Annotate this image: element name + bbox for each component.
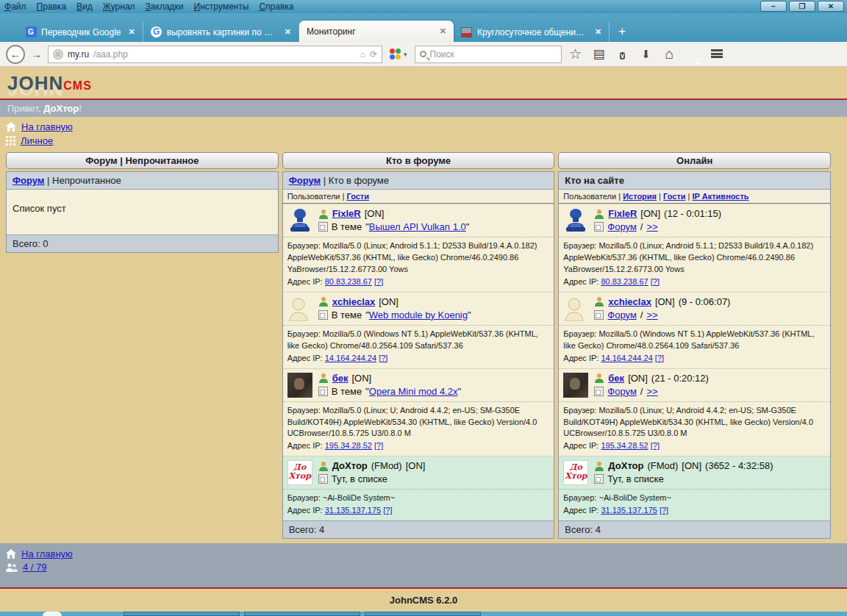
menu-bookmarks[interactable]: Закладки — [146, 1, 184, 12]
tab-guests[interactable]: Гости — [346, 192, 369, 201]
tab-close-icon[interactable]: ✕ — [440, 26, 446, 36]
username-link[interactable]: бек — [608, 373, 624, 384]
bookmark-home-icon[interactable]: ⌂ — [360, 49, 365, 60]
ip-help-link[interactable]: [?] — [374, 277, 383, 286]
ip-help-link[interactable]: [?] — [651, 441, 660, 450]
forum-link[interactable]: Форум — [12, 175, 44, 186]
column-forum-unread: Форум | Непрочитанное Форум | Непрочитан… — [6, 152, 279, 253]
home-icon — [6, 122, 16, 132]
more-link[interactable]: >> — [646, 221, 657, 232]
menu-file[interactable]: Файл — [4, 1, 26, 12]
online-status: [ON] — [406, 460, 426, 471]
chevron-down-icon: ▾ — [404, 51, 407, 58]
tab-close-icon[interactable]: ✕ — [129, 27, 135, 37]
forum-link[interactable]: Форум — [289, 175, 321, 186]
menu-tools[interactable]: Инструменты — [194, 1, 249, 12]
reload-icon[interactable]: ⟳ — [370, 49, 377, 60]
taskbar-button[interactable] — [124, 612, 240, 616]
ip-link[interactable]: 195.34.28.52 — [325, 441, 372, 450]
ip-help-link[interactable]: [?] — [660, 506, 668, 515]
url-bar[interactable]: my.ru/aaa.php ⌂ ⟳ — [48, 46, 382, 63]
username-link[interactable]: FixleR — [608, 208, 637, 219]
tab-google-search[interactable]: G выровнять картинки по ле... ✕ — [143, 22, 299, 42]
user-agent-info: Браузер: Mozilla/5.0 (Linux; Android 5.1… — [559, 237, 830, 292]
menu-hamburger-icon[interactable] — [707, 47, 726, 62]
new-tab-button[interactable]: + — [610, 24, 635, 42]
google-translate-icon: G — [25, 26, 37, 38]
online-status: [ON] — [365, 208, 385, 219]
ip-link[interactable]: 14.164.244.24 — [601, 354, 652, 362]
list-icon — [318, 474, 328, 484]
bookmark-star-icon[interactable]: ☆ — [566, 46, 585, 62]
username-link[interactable]: xchieclax — [332, 296, 376, 307]
ip-link[interactable]: 14.164.244.24 — [325, 354, 376, 362]
ip-link[interactable]: 31.135.137.175 — [601, 506, 657, 515]
forward-button[interactable]: → — [29, 48, 43, 60]
username-text: ДоХтор — [608, 460, 643, 471]
restore-button[interactable]: ❐ — [789, 1, 815, 12]
minimize-button[interactable]: − — [760, 1, 787, 12]
site-identity-icon[interactable] — [53, 49, 63, 60]
taskbar-button[interactable] — [244, 612, 360, 616]
tab-ip-activity[interactable]: IP Активность — [693, 192, 749, 201]
ip-help-link[interactable]: [?] — [651, 277, 660, 286]
username-link[interactable]: бек — [332, 373, 349, 384]
footer-home-link[interactable]: На главную — [21, 548, 73, 559]
more-link[interactable]: >> — [646, 386, 657, 397]
tab-close-icon[interactable]: ✕ — [285, 27, 291, 37]
online-time: (12 - 0:01:15) — [664, 208, 721, 219]
panel-title: Кто в форуме — [282, 152, 555, 169]
search-input[interactable]: Поиск — [415, 46, 562, 63]
pocket-icon[interactable]: ∨ — [613, 47, 632, 62]
menu-edit[interactable]: Правка — [37, 1, 67, 12]
ip-help-link[interactable]: [?] — [374, 441, 383, 450]
online-counter-link[interactable]: 4 / 79 — [23, 562, 47, 573]
pinwheel-icon — [390, 49, 401, 60]
panel-title: Форум | Непрочитанное — [6, 152, 279, 169]
username-link[interactable]: xchieclax — [608, 296, 651, 307]
online-time: (9 - 0:06:07) — [679, 296, 731, 307]
ip-help-link[interactable]: [?] — [379, 354, 387, 362]
tab-monitoring-active[interactable]: Мониторинг ✕ — [299, 21, 454, 42]
tab-guests[interactable]: Гости — [663, 192, 686, 201]
nav-personal-link[interactable]: Личное — [21, 135, 53, 146]
taskbar[interactable] — [0, 612, 847, 616]
ip-help-link[interactable]: [?] — [383, 506, 392, 515]
total-counter: Всего: 0 — [7, 234, 278, 252]
forum-location-link[interactable]: Форум — [607, 386, 637, 397]
tab-chat-site[interactable]: Круглосуточное общение (... ✕ — [454, 22, 610, 42]
menu-history[interactable]: Журнал — [103, 1, 135, 12]
menu-help[interactable]: Справка — [259, 1, 293, 12]
ip-link[interactable]: 80.83.238.67 — [601, 277, 648, 286]
back-button[interactable]: ← — [6, 45, 25, 64]
topic-link[interactable]: Web module by Koenig — [369, 309, 468, 320]
topic-link[interactable]: Вышел API Vulkan 1.0 — [369, 221, 466, 232]
ip-link[interactable]: 80.83.238.67 — [325, 277, 372, 286]
online-status: [ON] — [379, 296, 399, 307]
close-button[interactable]: ✕ — [818, 1, 844, 12]
forum-location-link[interactable]: Форум — [607, 309, 637, 320]
filter-tabs: Пользователи | История | Гости | IP Акти… — [559, 190, 830, 204]
forum-location-link[interactable]: Форум — [607, 221, 637, 232]
start-button[interactable] — [43, 612, 62, 616]
topic-link[interactable]: Opera Mini mod 4.2x — [369, 386, 458, 397]
tab-close-icon[interactable]: ✕ — [595, 27, 601, 37]
user-agent-info: Браузер: Mozilla/5.0 (Windows NT 5.1) Ap… — [559, 325, 830, 368]
ip-link[interactable]: 195.34.28.52 — [601, 441, 648, 450]
avatar — [563, 373, 588, 398]
grid-icon — [6, 136, 15, 146]
ip-link[interactable]: 31.135.137.175 — [325, 506, 381, 515]
nav-home-link[interactable]: На главную — [21, 121, 73, 132]
ip-help-link[interactable]: [?] — [655, 354, 664, 362]
avatar: ДоХтор — [563, 460, 588, 485]
taskbar-button[interactable] — [365, 612, 481, 616]
home-icon[interactable]: ⌂ — [660, 46, 679, 62]
tab-history[interactable]: История — [623, 192, 657, 201]
username-link[interactable]: FixleR — [332, 208, 361, 219]
downloads-icon[interactable]: ⬇ — [637, 48, 656, 61]
reading-list-icon[interactable]: ▤ — [590, 46, 609, 62]
extension-button[interactable]: ▾ — [387, 47, 410, 62]
tab-google-translate[interactable]: G Переводчик Google ✕ — [18, 22, 143, 42]
menu-view[interactable]: Вид — [76, 1, 93, 12]
more-link[interactable]: >> — [646, 309, 657, 320]
